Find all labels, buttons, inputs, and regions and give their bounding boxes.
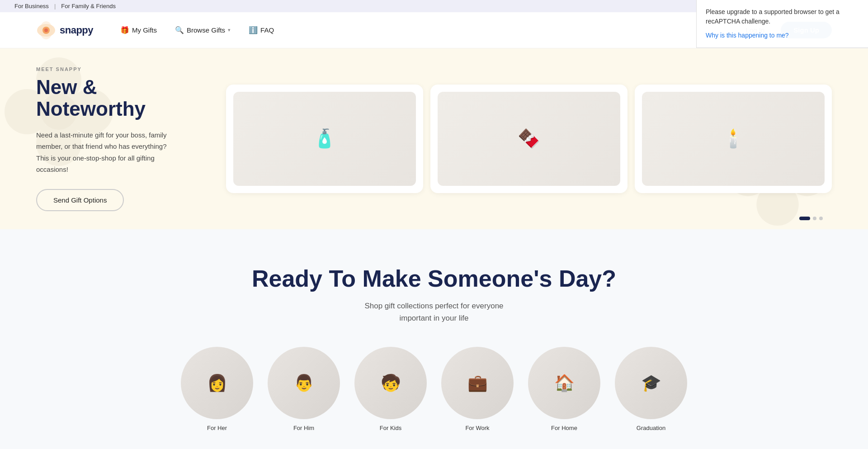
topbar-for-business-link[interactable]: For Business <box>14 3 49 9</box>
chevron-down-icon: ▾ <box>228 27 231 33</box>
nav-browse-gifts-label: Browse Gifts <box>187 26 225 34</box>
category-icon-for-work: 💼 <box>467 373 488 392</box>
search-icon: 🔍 <box>175 26 184 34</box>
recaptcha-text: Please upgrade to a supported browser to… <box>706 7 859 26</box>
nav-item-faq[interactable]: ℹ️ FAQ <box>249 26 274 34</box>
ready-section: Ready To Make Someone's Day? Shop gift c… <box>0 229 868 449</box>
send-gift-button[interactable]: Send Gift Options <box>36 189 124 211</box>
nav-faq-label: FAQ <box>260 26 274 34</box>
logo-icon <box>36 20 56 40</box>
carousel-dot-3[interactable] <box>819 217 823 220</box>
ready-title: Ready To Make Someone's Day? <box>36 265 832 293</box>
logo-link[interactable]: snappy <box>36 20 93 40</box>
svg-point-3 <box>44 28 48 32</box>
category-label-for-him: For Him <box>293 425 314 431</box>
topbar-divider: | <box>54 3 56 9</box>
category-graduation[interactable]: 🎓 Graduation <box>615 347 687 431</box>
hero-content: MEET SNAPPY New & Noteworthy Need a last… <box>36 66 208 211</box>
category-label-for-her: For Her <box>207 425 227 431</box>
category-label-for-work: For Work <box>465 425 489 431</box>
category-icon-graduation: 🎓 <box>641 373 661 392</box>
nav-my-gifts-label: My Gifts <box>132 26 157 34</box>
category-icon-for-home: 🏠 <box>554 373 575 392</box>
category-circle-graduation: 🎓 <box>615 347 687 419</box>
ready-subtitle: Shop gift collections perfect for everyo… <box>36 300 832 324</box>
category-label-for-home: For Home <box>551 425 577 431</box>
category-label-for-kids: For Kids <box>380 425 401 431</box>
gift-icon: 🎁 <box>120 26 129 34</box>
category-circle-for-home: 🏠 <box>528 347 600 419</box>
nav: 🎁 My Gifts 🔍 Browse Gifts ▾ ℹ️ FAQ <box>120 26 735 34</box>
logo-text: snappy <box>60 24 93 36</box>
category-for-work[interactable]: 💼 For Work <box>441 347 514 431</box>
hero-cards: 🧴 🍫 🕯️ <box>226 85 832 193</box>
category-label-graduation: Graduation <box>637 425 665 431</box>
nav-item-my-gifts[interactable]: 🎁 My Gifts <box>120 26 157 34</box>
carousel-dots <box>799 217 823 220</box>
category-icon-for-kids: 🧒 <box>381 373 401 392</box>
carousel-dot-1[interactable] <box>799 217 810 220</box>
category-circle-for-her: 👩 <box>181 347 253 419</box>
category-icon-for-her: 👩 <box>207 373 227 392</box>
nav-item-browse-gifts[interactable]: 🔍 Browse Gifts ▾ <box>175 26 231 34</box>
hero-card-image-2: 🍫 <box>438 92 620 186</box>
category-icon-for-him: 👨 <box>294 373 314 392</box>
info-icon: ℹ️ <box>249 26 258 34</box>
hero-section: MEET SNAPPY New & Noteworthy Need a last… <box>0 48 868 229</box>
hero-card-3: 🕯️ <box>635 85 832 193</box>
recaptcha-notice: Please upgrade to a supported browser to… <box>696 0 868 48</box>
category-circle-for-him: 👨 <box>268 347 340 419</box>
hero-card-image-1: 🧴 <box>233 92 416 186</box>
gift-categories: 👩 For Her 👨 For Him 🧒 For Kids 💼 For Wor… <box>36 347 832 431</box>
hero-card-image-3: 🕯️ <box>642 92 825 186</box>
hero-description: Need a last-minute gift for your boss, f… <box>36 129 181 175</box>
topbar-for-family-link[interactable]: For Family & Friends <box>61 3 116 9</box>
category-for-kids[interactable]: 🧒 For Kids <box>354 347 427 431</box>
hero-card-2: 🍫 <box>430 85 627 193</box>
category-for-him[interactable]: 👨 For Him <box>268 347 340 431</box>
carousel-dot-2[interactable] <box>813 217 816 220</box>
category-for-home[interactable]: 🏠 For Home <box>528 347 600 431</box>
category-circle-for-work: 💼 <box>441 347 514 419</box>
category-circle-for-kids: 🧒 <box>354 347 427 419</box>
hero-title: New & Noteworthy <box>36 76 208 120</box>
recaptcha-why-link[interactable]: Why is this happening to me? <box>706 32 789 39</box>
hero-card-1: 🧴 <box>226 85 423 193</box>
hero-eyebrow: MEET SNAPPY <box>36 66 208 72</box>
category-for-her[interactable]: 👩 For Her <box>181 347 253 431</box>
